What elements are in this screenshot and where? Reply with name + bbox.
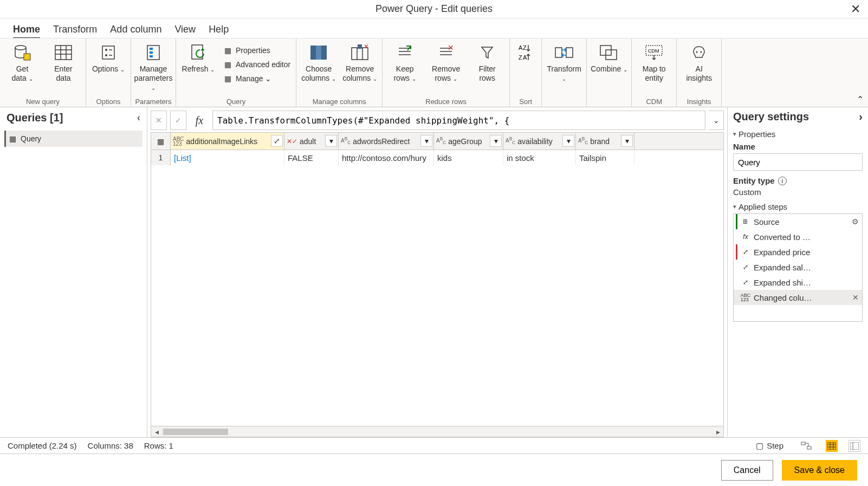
ribbon-remove-button[interactable]: ✕Removerows ⌄ [427,41,465,83]
formula-commit-button[interactable]: ✓ [170,111,186,130]
step-button[interactable]: ▢Step [753,440,787,452]
svg-text:Z: Z [519,54,522,61]
combine-icon [598,43,620,62]
expand-column-button[interactable]: ⤢ [271,135,283,147]
formula-expand-button[interactable]: ⌄ [709,111,724,130]
ribbon-enter-button[interactable]: Enterdata [44,41,82,83]
ribbon-group-label: Insights [687,98,711,106]
ribbon-properties-button[interactable]: ▦Properties [221,44,273,57]
type-any-icon: ABC123 [173,137,184,146]
step-icon: ABC123 [741,293,750,302]
info-icon[interactable]: i [778,177,787,185]
menu-transform[interactable]: Transform [53,22,97,37]
column-filter-button[interactable]: ▾ [621,135,633,147]
select-all-corner[interactable]: ▦ [151,133,171,150]
gear-icon[interactable]: ⚙ [852,217,859,226]
formula-bar: ✕ ✓ fx ⌄ [151,111,724,130]
column-header-adult[interactable]: ✕✓ adult▾ [284,133,339,150]
fx-icon[interactable]: fx [190,111,209,130]
schema-view-button[interactable] [848,440,860,452]
column-header-additionalImageLinks[interactable]: ABC123 additionalImageLinks⤢ [171,133,284,150]
ribbon-ai-button[interactable]: AIinsights [680,41,718,83]
menu-view[interactable]: View [174,22,196,37]
svg-rect-45 [827,442,836,450]
ribbon-filter-button[interactable]: Filterrows [468,41,506,83]
ribbon-keep-button[interactable]: Keeprows ⌄ [386,41,424,83]
cell[interactable]: Tailspin [576,150,634,165]
ribbon-choose-button[interactable]: Choosecolumns ⌄ [300,41,338,83]
query-item[interactable]: ▦Query [4,131,142,147]
cell[interactable]: [List] [171,150,284,165]
ribbon-combine-button[interactable]: Combine ⌄ [590,41,628,74]
row-number[interactable]: 1 [151,150,171,165]
entity-type-label: Entity type [733,176,775,185]
ribbon-sort-button[interactable]: AZZA [513,41,538,64]
formula-cancel-button[interactable]: ✕ [151,111,167,130]
keep-icon [394,43,416,62]
diagram-view-button[interactable] [798,440,815,451]
menu-add-column[interactable]: Add column [110,22,161,37]
cancel-button[interactable]: Cancel [721,460,773,481]
horizontal-scrollbar[interactable]: ◂▸ [151,426,723,437]
delete-step-icon[interactable]: ✕ [852,293,859,302]
table-row[interactable]: 1[List]FALSEhttp://contoso.com/hurykidsi… [151,150,723,165]
cell[interactable]: http://contoso.com/hury [339,150,434,165]
status-columns: Columns: 38 [88,441,133,450]
status-bar: Completed (2.24 s) Columns: 38 Rows: 1 ▢… [0,437,868,453]
query-name-input[interactable] [733,153,863,171]
column-filter-button[interactable]: ▾ [562,135,574,147]
save-close-button[interactable]: Save & close [782,460,857,481]
ribbon-refresh-button[interactable]: Refresh ⌄ [179,41,217,74]
queries-collapse-icon[interactable]: ‹ [137,112,140,124]
settings-expand-icon[interactable]: › [859,111,863,123]
step-icon: ⤢ [741,277,750,287]
cell[interactable]: kids [434,150,503,165]
ribbon-map-to-button[interactable]: CDMMap toentity [635,41,673,83]
ai-icon [688,43,710,62]
cell[interactable]: FALSE [284,150,339,165]
menu-home[interactable]: Home [13,22,40,39]
svg-point-8 [105,49,107,51]
svg-rect-14 [150,51,153,54]
svg-point-42 [701,51,702,53]
name-label: Name [733,142,863,151]
applied-step[interactable]: fxConverted to … [734,229,862,244]
remove-icon: ✕ [349,43,371,62]
data-grid: ▦ABC123 additionalImageLinks⤢✕✓ adult▾AB… [151,132,724,437]
column-header-adwordsRedirect[interactable]: ABC adwordsRedirect▾ [339,133,434,150]
options-icon [98,43,119,62]
applied-step[interactable]: ⤢Expanded price [734,244,862,260]
menu-help[interactable]: Help [209,22,229,37]
column-filter-button[interactable]: ▾ [420,135,432,147]
grid-view-button[interactable] [826,440,838,452]
applied-step[interactable]: ⤢Expanded sal… [734,260,862,275]
ribbon-manage-button[interactable]: ▦Manage ⌄ [221,72,274,85]
column-filter-button[interactable]: ▾ [325,135,337,147]
column-filter-button[interactable]: ▾ [490,135,502,147]
step-icon: ⤢ [741,262,750,272]
ribbon-options-button[interactable]: Options ⌄ [89,41,127,74]
ribbon-manage-button[interactable]: Manageparameters ⌄ [134,41,172,93]
ribbon-get-button[interactable]: Getdata ⌄ [3,41,41,83]
get-icon [11,43,33,62]
properties-section[interactable]: Properties [733,129,863,139]
column-header-ageGroup[interactable]: ABC ageGroup▾ [434,133,503,150]
cell[interactable]: in stock [503,150,576,165]
close-button[interactable]: ✕ [843,2,868,16]
filter-icon [476,43,498,62]
ribbon-collapse-icon[interactable]: ⌃ [857,94,864,105]
map to-icon: CDM [643,43,665,62]
step-icon: 🗎 [741,217,750,226]
ribbon-remove-button[interactable]: ✕Removecolumns ⌄ [341,41,379,83]
ribbon: Getdata ⌄EnterdataNew queryOptions ⌄Opti… [0,38,868,107]
column-header-brand[interactable]: ABC brand▾ [576,133,634,150]
ribbon-advanced-editor-button[interactable]: ▦Advanced editor [221,58,293,71]
applied-steps-section[interactable]: Applied steps [733,202,863,211]
applied-step[interactable]: 🗎Source⚙ [734,214,862,229]
column-header-availability[interactable]: ABC availability▾ [503,133,576,150]
enter-icon [53,43,74,62]
applied-step[interactable]: ABC123Changed colu…✕ [734,290,862,305]
applied-step[interactable]: ⤢Expanded shi… [734,275,862,290]
ribbon-transform-button[interactable]: Transform ⌄ [545,41,583,83]
formula-input[interactable] [212,111,705,130]
